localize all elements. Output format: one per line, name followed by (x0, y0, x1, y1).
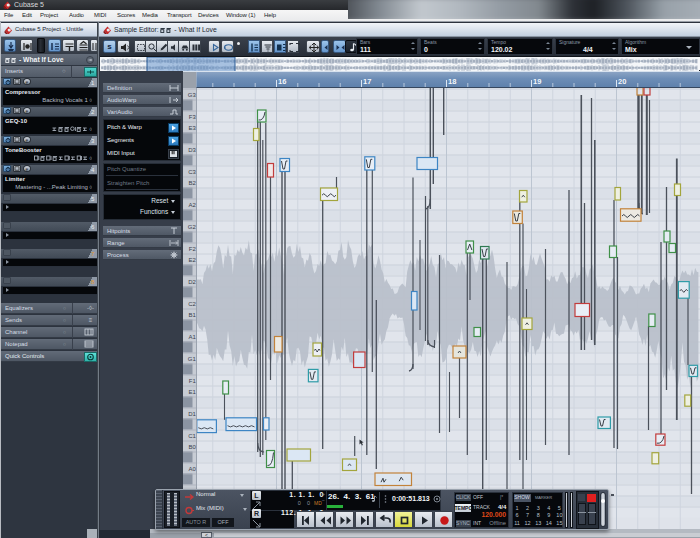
svg-text:G2: G2 (188, 224, 197, 230)
svg-text:D2: D2 (188, 279, 196, 285)
svg-text:F3: F3 (189, 114, 197, 120)
svg-text:19: 19 (533, 77, 541, 86)
svg-text:D3: D3 (188, 147, 196, 153)
svg-text:F2: F2 (189, 246, 197, 252)
svg-text:B2: B2 (188, 180, 196, 186)
svg-text:17: 17 (363, 77, 371, 86)
svg-text:A2: A2 (188, 202, 196, 208)
svg-text:E3: E3 (188, 125, 196, 131)
svg-text:G3: G3 (188, 92, 197, 98)
svg-text:D1: D1 (188, 411, 196, 417)
svg-text:C1: C1 (188, 433, 196, 439)
svg-text:E2: E2 (188, 257, 196, 263)
svg-text:C3: C3 (188, 169, 196, 175)
svg-text:18: 18 (448, 77, 456, 86)
svg-text:E1: E1 (188, 389, 196, 395)
svg-text:A0: A0 (188, 466, 196, 472)
svg-text:16: 16 (278, 77, 286, 86)
svg-text:20: 20 (618, 77, 626, 86)
svg-text:B1: B1 (188, 312, 196, 318)
svg-text:C2: C2 (188, 301, 196, 307)
svg-text:G1: G1 (188, 356, 197, 362)
svg-text:F1: F1 (189, 378, 197, 384)
svg-text:A1: A1 (188, 334, 196, 340)
svg-text:B0: B0 (188, 444, 196, 450)
